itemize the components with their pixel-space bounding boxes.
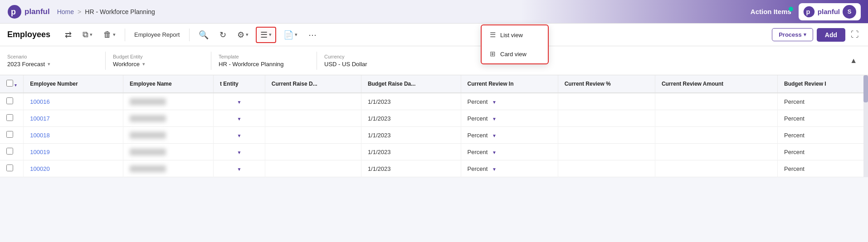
current-review-amount-cell xyxy=(655,110,777,127)
emp-name-cell xyxy=(123,110,214,127)
budget-review-i-cell: Percent xyxy=(778,93,868,110)
current-review-pct-cell xyxy=(558,144,655,160)
emp-number-cell: 100016 xyxy=(24,93,123,110)
budget-entity-select[interactable]: Workforce ▾ xyxy=(113,61,193,68)
row-checkbox[interactable] xyxy=(6,148,13,155)
emp-number-link[interactable]: 100018 xyxy=(30,132,49,139)
scrollbar-thumb[interactable] xyxy=(863,75,868,102)
process-button[interactable]: Process ▾ xyxy=(772,28,813,41)
col-current-review-pct: Current Review % xyxy=(558,75,655,93)
logo: p planful xyxy=(7,5,50,19)
transfer-button[interactable]: ⇄ xyxy=(61,28,75,42)
more-options-button[interactable]: ⋯ xyxy=(305,28,320,42)
table-row: 100018 ▼ 1/1/2023 Percent ▼ Percent xyxy=(0,127,868,144)
list-view-icon: ☰ xyxy=(260,30,268,40)
budget-review-i-cell: Percent xyxy=(778,127,868,144)
fullscreen-button[interactable]: ⛶ xyxy=(849,28,861,41)
emp-number-cell: 100018 xyxy=(24,127,123,144)
current-review-pct-cell xyxy=(558,110,655,127)
current-review-amount-cell xyxy=(655,127,777,144)
table-header-row: ▾ Employee Number Employee Name t Entity… xyxy=(0,75,868,93)
header-caret-icon: ▾ xyxy=(15,83,17,87)
budget-review-i-cell: Percent xyxy=(778,110,868,127)
col-entity: t Entity xyxy=(213,75,265,93)
top-nav: p planful Home > HR - Workforce Planning… xyxy=(0,0,868,24)
row-checkbox[interactable] xyxy=(6,131,13,138)
current-raise-cell xyxy=(265,93,361,110)
row-checkbox[interactable] xyxy=(6,165,13,171)
budget-raise-cell: 1/1/2023 xyxy=(361,127,461,144)
refresh-button[interactable]: ↻ xyxy=(216,28,230,42)
entity-caret-icon: ▼ xyxy=(237,167,241,172)
table-row: 100019 ▼ 1/1/2023 Percent ▼ Percent xyxy=(0,144,868,160)
current-raise-cell xyxy=(265,144,361,160)
employee-report-button[interactable]: Employee Report xyxy=(131,29,183,40)
budget-entity-filter: Budget Entity Workforce ▾ xyxy=(113,54,204,68)
current-review-pct-cell xyxy=(558,160,655,177)
col-current-raise-d: Current Raise D... xyxy=(265,75,361,93)
breadcrumb-separator: > xyxy=(78,8,81,15)
col-budget-review-i: Budget Review I xyxy=(778,75,868,93)
row-checkbox[interactable] xyxy=(6,97,13,104)
current-review-in-cell: Percent ▼ xyxy=(461,110,558,127)
emp-number-link[interactable]: 100020 xyxy=(30,165,49,172)
current-raise-cell xyxy=(265,110,361,127)
emp-name-blurred xyxy=(130,98,166,105)
svg-text:p: p xyxy=(11,7,16,16)
template-select: HR - Workforce Planning xyxy=(219,61,298,68)
budget-raise-cell: 1/1/2023 xyxy=(361,110,461,127)
search-icon: 🔍 xyxy=(199,30,209,40)
budget-raise-cell: 1/1/2023 xyxy=(361,93,461,110)
budget-entity-label: Budget Entity xyxy=(113,54,193,59)
emp-name-blurred xyxy=(130,165,166,172)
home-link[interactable]: Home xyxy=(57,8,74,15)
scenario-select[interactable]: 2023 Forecast ▾ xyxy=(7,61,87,68)
emp-number-link[interactable]: 100017 xyxy=(30,115,49,122)
vertical-scrollbar[interactable] xyxy=(863,75,868,177)
budget-raise-cell: 1/1/2023 xyxy=(361,160,461,177)
breadcrumb: Home > HR - Workforce Planning xyxy=(57,8,155,15)
row-checkbox[interactable] xyxy=(6,114,13,121)
planful-logo-icon: p xyxy=(7,5,22,19)
search-button[interactable]: 🔍 xyxy=(195,28,212,42)
breadcrumb-current: HR - Workforce Planning xyxy=(85,8,155,15)
currency-value: USD - US Dollar xyxy=(324,61,367,68)
user-avatar[interactable]: S xyxy=(843,5,856,19)
emp-number-link[interactable]: 100016 xyxy=(30,98,49,105)
list-view-option[interactable]: ☰ List view xyxy=(482,25,548,44)
export-button[interactable]: 📄 ▾ xyxy=(280,28,301,42)
card-view-option-label: Card view xyxy=(500,51,527,58)
add-button[interactable]: Add xyxy=(817,28,845,42)
delete-button[interactable]: 🗑 ▾ xyxy=(100,28,119,42)
card-view-option[interactable]: ⊞ Card view xyxy=(482,44,548,63)
settings-button[interactable]: ⚙ ▾ xyxy=(234,28,252,42)
current-review-in-cell: Percent ▼ xyxy=(461,160,558,177)
page-title: Employees xyxy=(7,30,50,39)
review-in-caret-icon: ▼ xyxy=(492,167,497,172)
entity-caret-icon: ▼ xyxy=(237,116,241,121)
current-review-pct-cell xyxy=(558,127,655,144)
select-all-checkbox[interactable] xyxy=(6,80,13,87)
filter-sep-1 xyxy=(105,52,106,70)
view-toggle-button[interactable]: ☰ ▾ xyxy=(256,27,276,43)
emp-number-cell: 100017 xyxy=(24,110,123,127)
emp-name-blurred xyxy=(130,132,166,139)
scenario-value: 2023 Forecast xyxy=(7,61,45,68)
filter-sep-3 xyxy=(317,52,317,70)
filters-row: Scenario 2023 Forecast ▾ Budget Entity W… xyxy=(0,46,868,75)
budget-entity-value: Workforce xyxy=(113,61,140,68)
emp-number-link[interactable]: 100019 xyxy=(30,149,49,155)
row-checkbox-cell xyxy=(0,93,24,110)
emp-number-cell: 100020 xyxy=(24,160,123,177)
filters-collapse-button[interactable]: ▲ xyxy=(846,55,861,67)
template-filter: Template HR - Workforce Planning xyxy=(219,54,309,68)
toolbar-divider-2 xyxy=(189,29,190,41)
transfer-icon: ⇄ xyxy=(65,30,72,40)
planful-logo-right-icon: p xyxy=(803,6,815,18)
col-employee-name: Employee Name xyxy=(123,75,214,93)
col-current-review-in: Current Review In xyxy=(461,75,558,93)
currency-filter: Currency USD - US Dollar xyxy=(324,54,415,68)
action-items-button[interactable]: Action Items xyxy=(751,8,791,15)
copy-button[interactable]: ⧉ ▾ xyxy=(79,28,96,42)
template-label: Template xyxy=(219,54,298,59)
